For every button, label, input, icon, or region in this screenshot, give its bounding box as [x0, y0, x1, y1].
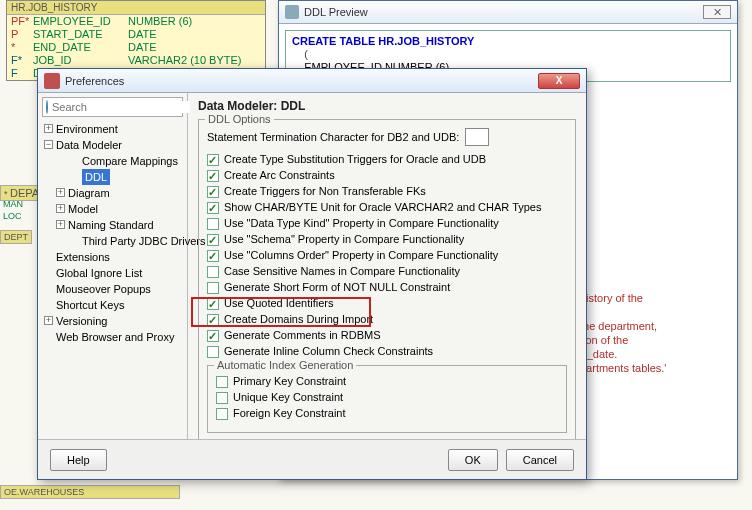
ddl-option-5[interactable]: Use "Schema" Property in Compare Functio…	[207, 232, 567, 247]
checkbox-label: Primary Key Constraint	[233, 374, 346, 389]
tree-naming-std[interactable]: +Naming Standard	[42, 217, 183, 233]
cancel-button[interactable]: Cancel	[506, 449, 574, 471]
preferences-footer: Help OK Cancel	[38, 439, 586, 479]
ddl-option-9[interactable]: Use Quoted Identifiers	[207, 296, 567, 311]
checkbox-label: Create Domains During Import	[224, 312, 373, 327]
checkbox[interactable]	[216, 408, 228, 420]
checkbox-label: Generate Short Form of NOT NULL Constrai…	[224, 280, 450, 295]
collapse-icon[interactable]: −	[44, 140, 53, 149]
tree-data-modeler[interactable]: −Data Modeler	[42, 137, 183, 153]
search-box[interactable]	[42, 97, 183, 117]
ddl-option-4[interactable]: Use "Data Type Kind" Property in Compare…	[207, 216, 567, 231]
tree-compare-mappings[interactable]: Compare Mappings	[42, 153, 183, 169]
tree-environment[interactable]: +Environment	[42, 121, 183, 137]
tree-versioning[interactable]: +Versioning	[42, 313, 183, 329]
checkbox[interactable]	[207, 266, 219, 278]
checkbox-label: Show CHAR/BYTE Unit for Oracle VARCHAR2 …	[224, 200, 541, 215]
ddl-option-0[interactable]: Create Type Substitution Triggers for Or…	[207, 152, 567, 167]
checkbox-label: Generate Comments in RDBMS	[224, 328, 381, 343]
checkbox[interactable]	[207, 250, 219, 262]
ddl-option-12[interactable]: Generate Inline Column Check Constraints	[207, 344, 567, 359]
auto-option-0[interactable]: Primary Key Constraint	[216, 374, 558, 389]
ddl-option-8[interactable]: Generate Short Form of NOT NULL Constrai…	[207, 280, 567, 295]
checkbox-label: Use "Data Type Kind" Property in Compare…	[224, 216, 499, 231]
checkbox[interactable]	[207, 218, 219, 230]
bg-table-title: HR.JOB_HISTORY	[7, 1, 265, 15]
ddl-option-1[interactable]: Create Arc Constraints	[207, 168, 567, 183]
close-button[interactable]: X	[538, 73, 580, 89]
ddl-window-title: DDL Preview	[304, 6, 368, 18]
auto-option-2[interactable]: Foreign Key Constraint	[216, 406, 558, 421]
ddl-options-legend: DDL Options	[205, 113, 274, 125]
expand-icon[interactable]: +	[56, 188, 65, 197]
checkbox[interactable]	[207, 330, 219, 342]
checkbox[interactable]	[207, 186, 219, 198]
stmt-term-input[interactable]	[465, 128, 489, 146]
tree-diagram[interactable]: +Diagram	[42, 185, 183, 201]
preferences-dialog: Preferences X +Environment −Data Modeler…	[37, 68, 587, 480]
tree-jdbc[interactable]: Third Party JDBC Drivers	[42, 233, 183, 249]
search-input[interactable]	[52, 101, 190, 113]
checkbox[interactable]	[207, 346, 219, 358]
checkbox[interactable]	[207, 202, 219, 214]
preferences-title: Preferences	[65, 75, 124, 87]
tree-extensions[interactable]: Extensions	[42, 249, 183, 265]
checkbox[interactable]	[207, 170, 219, 182]
ddl-icon	[285, 5, 299, 19]
ddl-option-2[interactable]: Create Triggers for Non Transferable FKs	[207, 184, 567, 199]
stmt-term-label: Statement Termination Character for DB2 …	[207, 131, 459, 143]
side-warehouses: OE.WAREHOUSES	[0, 485, 180, 499]
checkbox[interactable]	[207, 298, 219, 310]
expand-icon[interactable]: +	[44, 316, 53, 325]
help-button[interactable]: Help	[50, 449, 107, 471]
preferences-title-bar[interactable]: Preferences X	[38, 69, 586, 93]
tree-mouseover[interactable]: Mouseover Popups	[42, 281, 183, 297]
side-dept: DEPT	[0, 230, 32, 244]
tree-global-ignore[interactable]: Global Ignore List	[42, 265, 183, 281]
checkbox[interactable]	[207, 314, 219, 326]
auto-index-legend: Automatic Index Generation	[214, 359, 356, 371]
ddl-option-3[interactable]: Show CHAR/BYTE Unit for Oracle VARCHAR2 …	[207, 200, 567, 215]
expand-icon[interactable]: +	[56, 220, 65, 229]
tree-model[interactable]: +Model	[42, 201, 183, 217]
preferences-tree-panel: +Environment −Data Modeler Compare Mappi…	[38, 93, 188, 439]
checkbox-label: Use "Schema" Property in Compare Functio…	[224, 232, 464, 247]
checkbox-label: Create Arc Constraints	[224, 168, 335, 183]
preferences-tree[interactable]: +Environment −Data Modeler Compare Mappi…	[42, 121, 183, 345]
tree-ddl[interactable]: DDL	[42, 169, 183, 185]
checkbox-label: Create Triggers for Non Transferable FKs	[224, 184, 426, 199]
checkbox-label: Use Quoted Identifiers	[224, 296, 333, 311]
preferences-icon	[44, 73, 60, 89]
expand-icon[interactable]: +	[56, 204, 65, 213]
checkbox-label: Create Type Substitution Triggers for Or…	[224, 152, 486, 167]
tree-shortcut[interactable]: Shortcut Keys	[42, 297, 183, 313]
checkbox[interactable]	[207, 282, 219, 294]
ddl-options-group: DDL Options Statement Termination Charac…	[198, 119, 576, 439]
close-icon[interactable]: ✕	[703, 5, 731, 19]
ddl-option-11[interactable]: Generate Comments in RDBMS	[207, 328, 567, 343]
search-icon	[46, 100, 48, 114]
ddl-title-bar[interactable]: DDL Preview ✕	[279, 1, 737, 24]
checkbox-label: Foreign Key Constraint	[233, 406, 346, 421]
checkbox[interactable]	[207, 234, 219, 246]
checkbox[interactable]	[207, 154, 219, 166]
checkbox-label: Case Sensitive Names in Compare Function…	[224, 264, 460, 279]
auto-option-1[interactable]: Unique Key Constraint	[216, 390, 558, 405]
checkbox[interactable]	[216, 392, 228, 404]
preferences-content: Data Modeler: DDL DDL Options Statement …	[188, 93, 586, 439]
tree-web[interactable]: Web Browser and Proxy	[42, 329, 183, 345]
expand-icon[interactable]: +	[44, 124, 53, 133]
ddl-option-10[interactable]: Create Domains During Import	[207, 312, 567, 327]
auto-index-group: Automatic Index Generation Primary Key C…	[207, 365, 567, 433]
checkbox-label: Generate Inline Column Check Constraints	[224, 344, 433, 359]
ok-button[interactable]: OK	[448, 449, 498, 471]
checkbox-label: Use "Columns Order" Property in Compare …	[224, 248, 498, 263]
ddl-option-6[interactable]: Use "Columns Order" Property in Compare …	[207, 248, 567, 263]
checkbox[interactable]	[216, 376, 228, 388]
ddl-option-7[interactable]: Case Sensitive Names in Compare Function…	[207, 264, 567, 279]
page-title: Data Modeler: DDL	[198, 99, 576, 113]
checkbox-label: Unique Key Constraint	[233, 390, 343, 405]
ddl-comment-overflow: history of the the department, tion of t…	[580, 291, 725, 375]
